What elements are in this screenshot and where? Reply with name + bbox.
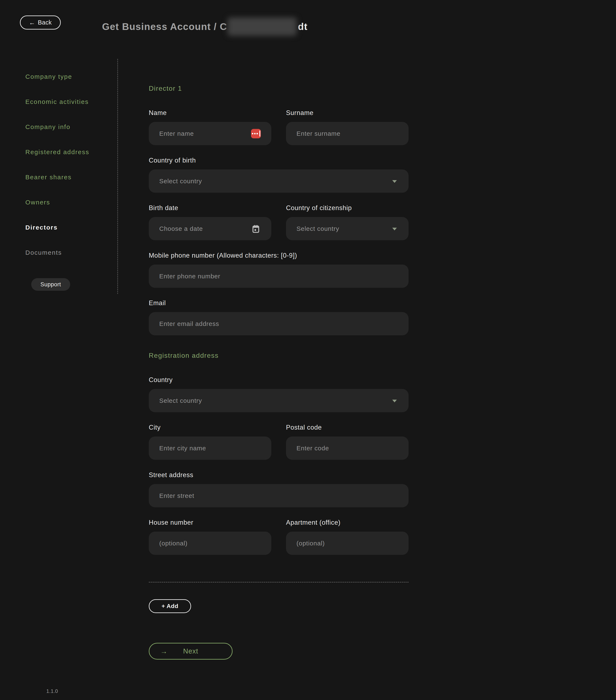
page-title-suffix: dt xyxy=(298,20,308,33)
surname-field[interactable] xyxy=(286,122,409,145)
country-of-birth-select[interactable]: Select country xyxy=(149,170,409,193)
house-number-label: House number xyxy=(149,519,271,526)
password-manager-icon[interactable] xyxy=(251,129,261,138)
sidebar-item-directors[interactable]: Directors xyxy=(25,224,113,231)
steps-sidebar: Company type Economic activities Company… xyxy=(25,73,113,274)
add-director-button[interactable]: + Add xyxy=(149,599,191,613)
birth-date-label: Birth date xyxy=(149,204,271,212)
email-input[interactable] xyxy=(159,320,398,327)
back-button[interactable]: ← Back xyxy=(20,15,61,29)
surname-label: Surname xyxy=(286,109,409,117)
city-label: City xyxy=(149,424,271,431)
reg-country-label: Country xyxy=(149,376,409,384)
director-block-divider xyxy=(149,582,409,583)
next-button-label: Next xyxy=(183,647,198,655)
citizenship-select[interactable]: Select country xyxy=(286,217,409,240)
back-arrow-icon: ← xyxy=(29,20,35,26)
back-button-label: Back xyxy=(38,19,52,26)
citizenship-value: Select country xyxy=(296,225,339,232)
sidebar-item-company-info[interactable]: Company info xyxy=(25,123,113,131)
apartment-field[interactable] xyxy=(286,532,409,555)
redacted-company-name xyxy=(227,17,297,36)
support-button[interactable]: Support xyxy=(31,278,70,291)
calendar-icon[interactable] xyxy=(251,224,260,233)
next-button[interactable]: → Next xyxy=(149,643,233,660)
sidebar-item-bearer-shares[interactable]: Bearer shares xyxy=(25,173,113,181)
sidebar-item-documents[interactable]: Documents xyxy=(25,249,113,257)
director-form: Director 1 Name Surname Country of birth xyxy=(149,85,409,660)
email-label: Email xyxy=(149,299,409,307)
country-of-birth-label: Country of birth xyxy=(149,157,409,164)
phone-input[interactable] xyxy=(159,273,398,280)
postal-code-field[interactable] xyxy=(286,437,409,460)
page-title: Get Business Account / C dt xyxy=(102,17,308,36)
apartment-input[interactable] xyxy=(296,540,398,547)
phone-label: Mobile phone number (Allowed characters:… xyxy=(149,252,409,259)
chevron-down-icon xyxy=(392,180,397,183)
chevron-down-icon xyxy=(392,228,397,230)
reg-country-value: Select country xyxy=(159,397,202,404)
next-arrow-icon: → xyxy=(160,648,168,655)
registration-section-title: Registration address xyxy=(149,352,409,360)
birth-date-input[interactable] xyxy=(159,225,261,232)
app-version: 1.1.0 xyxy=(46,688,58,694)
sidebar-divider xyxy=(117,59,118,294)
street-input[interactable] xyxy=(159,492,398,499)
apartment-label: Apartment (office) xyxy=(286,519,409,526)
street-field[interactable] xyxy=(149,484,409,507)
house-number-field[interactable] xyxy=(149,532,271,555)
name-label: Name xyxy=(149,109,271,117)
surname-input[interactable] xyxy=(296,130,398,137)
phone-field[interactable] xyxy=(149,264,409,288)
director-section-title: Director 1 xyxy=(149,85,409,92)
birth-date-field[interactable] xyxy=(149,217,271,240)
street-label: Street address xyxy=(149,471,409,479)
chevron-down-icon xyxy=(392,400,397,402)
house-number-input[interactable] xyxy=(159,540,261,547)
email-field[interactable] xyxy=(149,312,409,335)
city-field[interactable] xyxy=(149,437,271,460)
postal-code-input[interactable] xyxy=(296,445,398,452)
postal-code-label: Postal code xyxy=(286,424,409,431)
sidebar-item-owners[interactable]: Owners xyxy=(25,199,113,206)
reg-country-select[interactable]: Select country xyxy=(149,389,409,412)
get-business-account-screen: ← Back Get Business Account / C dt Compa… xyxy=(0,0,616,700)
page-title-prefix: Get Business Account / C xyxy=(102,20,227,33)
sidebar-item-company-type[interactable]: Company type xyxy=(25,73,113,80)
name-field[interactable] xyxy=(149,122,271,145)
sidebar-item-economic-activities[interactable]: Economic activities xyxy=(25,98,113,105)
city-input[interactable] xyxy=(159,445,261,452)
country-of-birth-value: Select country xyxy=(159,178,202,185)
citizenship-label: Country of citizenship xyxy=(286,204,409,212)
sidebar-item-registered-address[interactable]: Registered address xyxy=(25,148,113,156)
name-input[interactable] xyxy=(159,130,261,137)
